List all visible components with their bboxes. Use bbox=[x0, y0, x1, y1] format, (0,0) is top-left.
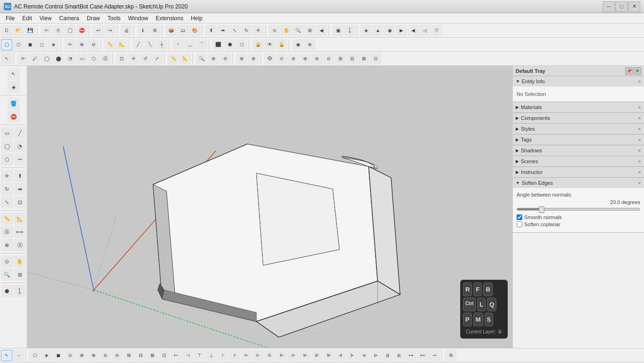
tb3-misc4[interactable]: ⊛ bbox=[299, 53, 311, 64]
btb-tb20[interactable]: ⊩ bbox=[252, 350, 264, 361]
tb3-arrow[interactable]: ↖ bbox=[1, 53, 12, 64]
tb2-component2[interactable]: ⬡ bbox=[13, 39, 24, 50]
btb-tb11[interactable]: ⊠ bbox=[147, 350, 158, 361]
menu-view[interactable]: View bbox=[36, 13, 55, 23]
styles-close[interactable]: ✕ bbox=[637, 126, 641, 132]
btb-tb23[interactable]: ⊬ bbox=[288, 350, 299, 361]
lt-rect[interactable]: ▭ bbox=[1, 127, 13, 139]
tb3-pen[interactable]: ✏ bbox=[17, 53, 29, 64]
tb-cut[interactable]: ✄ bbox=[41, 25, 52, 36]
lt-erase[interactable]: ⛔ bbox=[8, 110, 20, 123]
btb-tb2[interactable]: ◈ bbox=[41, 350, 52, 361]
btb-tb19[interactable]: ⊨ bbox=[241, 350, 252, 361]
menu-edit[interactable]: Edit bbox=[18, 13, 36, 23]
tb3-angle[interactable]: 📐 bbox=[180, 53, 191, 64]
lt-orbit[interactable]: ⊙ bbox=[1, 255, 13, 268]
tb3-dot[interactable]: ⬤ bbox=[53, 53, 64, 64]
tb-print[interactable]: 🖨 bbox=[121, 25, 132, 36]
tb2-draw2[interactable]: ⊕ bbox=[76, 39, 87, 50]
btb-tb16[interactable]: ⊥ bbox=[205, 350, 217, 361]
tb2-arc1[interactable]: ◜ bbox=[173, 39, 184, 50]
tb3-poly[interactable]: ⬡ bbox=[88, 53, 99, 64]
maximize-button[interactable]: □ bbox=[615, 1, 628, 12]
tb3-rect[interactable]: ▭ bbox=[76, 53, 87, 64]
tb3-scale2[interactable]: ⤢ bbox=[151, 53, 163, 64]
lt-offset[interactable]: ⊡ bbox=[14, 196, 26, 208]
materials-close[interactable]: ✕ bbox=[637, 105, 641, 110]
tb2-solid3[interactable]: ◈ bbox=[48, 39, 59, 50]
tb3-text[interactable]: Ⓐ bbox=[100, 53, 111, 64]
tb-camera-zoomext[interactable]: ⊞ bbox=[304, 25, 315, 36]
lt-paint[interactable]: 🪣 bbox=[8, 97, 20, 110]
btb-tb22[interactable]: ⊫ bbox=[276, 350, 287, 361]
tb-perspective[interactable]: ▣ bbox=[332, 25, 344, 36]
materials-header[interactable]: ▶ Materials ✕ bbox=[513, 102, 644, 112]
tb3-misc3[interactable]: ⊚ bbox=[288, 53, 299, 64]
lt-arc[interactable]: ◔ bbox=[14, 140, 26, 152]
tb-component[interactable]: 📦 bbox=[165, 25, 177, 36]
tb3-misc6[interactable]: ⊝ bbox=[323, 53, 334, 64]
tb3-zoom2[interactable]: 🔍 bbox=[196, 53, 207, 64]
shortcut-key-P[interactable]: P bbox=[463, 313, 472, 326]
scenes-close[interactable]: ✕ bbox=[637, 159, 641, 164]
tb2-misc2[interactable]: ⊗ bbox=[304, 39, 315, 50]
tb-views-back[interactable]: ◀ bbox=[408, 25, 419, 36]
btb-tb33[interactable]: ⊶ bbox=[405, 350, 416, 361]
lt-rotate[interactable]: ↻ bbox=[1, 183, 13, 195]
tb2-lock[interactable]: 🔒 bbox=[252, 39, 264, 50]
tb2-line1[interactable]: ╱ bbox=[133, 39, 144, 50]
tb3-rotate2[interactable]: ↺ bbox=[140, 53, 151, 64]
lt-circle[interactable]: ◯ bbox=[1, 140, 13, 152]
soften-coplanar-checkbox[interactable] bbox=[517, 221, 522, 227]
instructor-close[interactable]: ✕ bbox=[637, 170, 641, 175]
tray-close[interactable]: ✕ bbox=[634, 67, 641, 75]
tb-paste[interactable]: 📋 bbox=[64, 25, 76, 36]
btb-tb35[interactable]: ⊸ bbox=[429, 350, 440, 361]
lt-zoomext[interactable]: ⊞ bbox=[14, 268, 26, 281]
btb-tb6[interactable]: ⊗ bbox=[88, 350, 99, 361]
lt-text[interactable]: Ⓐ bbox=[1, 226, 13, 238]
tb2-solid1[interactable]: ◼ bbox=[24, 39, 36, 50]
tb3-intersect[interactable]: ⊗ bbox=[236, 53, 247, 64]
menu-extensions[interactable]: Extensions bbox=[152, 13, 187, 23]
btb-tb1[interactable]: ⬡ bbox=[29, 350, 40, 361]
tb-camera-orbit[interactable]: ⊙ bbox=[269, 25, 280, 36]
menu-help[interactable]: Help bbox=[187, 13, 206, 23]
btb-tb14[interactable]: ⊣ bbox=[182, 350, 193, 361]
btb-tb25[interactable]: ⊮ bbox=[311, 350, 322, 361]
tb-move[interactable]: ✛ bbox=[252, 25, 264, 36]
btb-tb32[interactable]: ⊵ bbox=[393, 350, 405, 361]
tb3-misc2[interactable]: ⊙ bbox=[276, 53, 287, 64]
tb-group[interactable]: 🗂 bbox=[177, 25, 188, 36]
tb-views-front[interactable]: ◉ bbox=[384, 25, 395, 36]
tb-camera-zoom[interactable]: 🔍 bbox=[292, 25, 304, 36]
smooth-normals-checkbox[interactable] bbox=[517, 214, 522, 220]
tb-pushpull[interactable]: ⬆ bbox=[205, 25, 217, 36]
tb2-lock2[interactable]: 🔓 bbox=[276, 39, 287, 50]
btb-tb26[interactable]: ⊯ bbox=[323, 350, 334, 361]
menu-window[interactable]: Window bbox=[125, 13, 152, 23]
lt-line[interactable]: ╱ bbox=[14, 127, 26, 139]
btb-tb31[interactable]: ⊴ bbox=[382, 350, 393, 361]
btb-tb24[interactable]: ⊭ bbox=[299, 350, 311, 361]
tags-header[interactable]: ▶ Tags ✕ bbox=[513, 134, 644, 145]
tb3-misc8[interactable]: ⊟ bbox=[346, 53, 358, 64]
lt-pushpull[interactable]: ⬆ bbox=[14, 170, 26, 182]
tb-views-top[interactable]: ▲ bbox=[372, 25, 384, 36]
tb-open[interactable]: 📂 bbox=[13, 25, 24, 36]
tb2-misc1[interactable]: ◉ bbox=[292, 39, 304, 50]
tb3-arc[interactable]: ◔ bbox=[64, 53, 76, 64]
btb-tb9[interactable]: ⊞ bbox=[123, 350, 134, 361]
shadows-header[interactable]: ▶ Shadows ✕ bbox=[513, 145, 644, 156]
components-close[interactable]: ✕ bbox=[637, 116, 641, 121]
tb3-tape2[interactable]: 📏 bbox=[168, 53, 179, 64]
tb3-circ[interactable]: ◯ bbox=[41, 53, 52, 64]
btb-tb18[interactable]: ⊧ bbox=[229, 350, 240, 361]
entity-info-close[interactable]: ✕ bbox=[637, 79, 641, 84]
shadows-close[interactable]: ✕ bbox=[637, 148, 641, 153]
btb-tb5[interactable]: ⊕ bbox=[76, 350, 87, 361]
tb-views-left[interactable]: ◁ bbox=[419, 25, 431, 36]
tb3-zoom4[interactable]: ⊖ bbox=[220, 53, 231, 64]
angle-slider-thumb[interactable] bbox=[539, 206, 544, 213]
tb3-offset[interactable]: ⊡ bbox=[116, 53, 127, 64]
